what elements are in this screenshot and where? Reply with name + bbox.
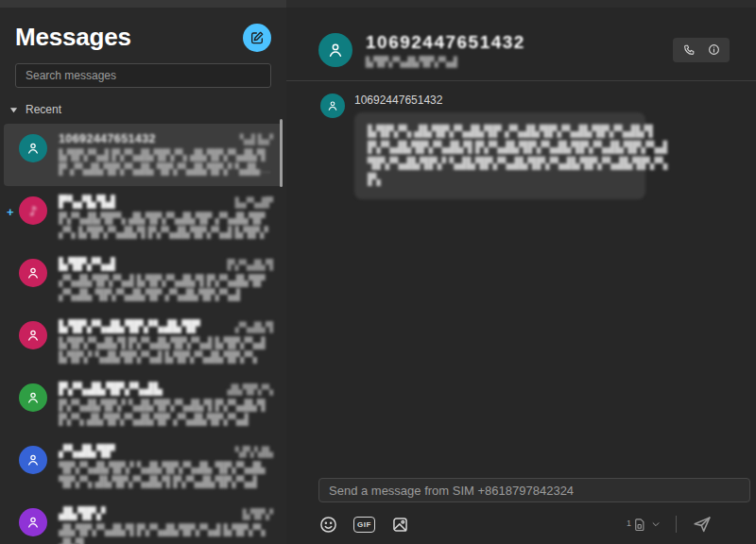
sim-card-icon — [632, 518, 646, 532]
conversation-preview: ▙▜▛▞▚▟▙▜ ▛▞▚▟▙▜▛▞▚▟ ▙▜▛▞▚▟▙▜▛▞ ▚▟▙▜▛▞▚▟ … — [59, 336, 273, 365]
emoji-button[interactable] — [318, 515, 338, 535]
conversation-panel: 10692447651432 ▙▜▛▞▚▟▙▜▛▞▚▟ — [286, 0, 756, 544]
message-input[interactable] — [318, 478, 750, 502]
conversation-time: ▟▙▜▛▞▚ — [220, 383, 273, 395]
conversation-title: ▙▜▛▞▚▟ — [59, 257, 115, 271]
sidebar-header: Messages — [0, 8, 286, 52]
message-bubble: ▙▜▛▞▚ ▟▙▜▛▞▚▟▙▜▛ ▞▚▟▙▜▛▞▚▟▙▜▛▞▚▟▙▜▛▞▚▟▙▜… — [354, 112, 645, 199]
send-icon — [692, 514, 713, 535]
conversation-time: ▙▞▚▟▛ — [228, 196, 273, 208]
conversation-title: ▙▜▛▞▚▟▙▜▛▞▚▟▙▜▛ — [59, 319, 200, 333]
composer-divider — [676, 516, 677, 533]
thread-title: 10692447651432 — [366, 32, 525, 53]
recent-section-toggle[interactable]: Recent — [0, 88, 286, 116]
conversation-title: 10692447651432 — [59, 132, 156, 145]
thread-header: 10692447651432 ▙▜▛▞▚▟▙▜▛▞▚▟ — [286, 8, 756, 81]
message-text-line: ▜▛▞▚▟▙▜▛▞ ▚▟▙▜▛▞▚▟▙▜▛▞▚▟▙▜▛▞▚▟▙▜▛▞▚ — [368, 156, 632, 172]
person-icon — [326, 99, 339, 112]
chevron-down-icon — [647, 519, 661, 529]
conversation-preview: ▜▛▞▚▟▙▜▛▞ ▚▟▙▜▛▞▚▟▙ ▜▛▞▚▟▙▜▛▞▚ ▟▙▜▛▞▚▟▙▜… — [59, 461, 273, 489]
conversation-preview: ▞▚▟▙▜▛▞▚▟ ▙▜▛▞▚▟▙▜ ▛▞▚▟▙▜▛▞▚▟▙ ▜▛▞▚▟▙▜▛ … — [59, 274, 273, 302]
conversation-item[interactable]: 10692447651432▚▟ ▙▞▙▜▛▞▚▟ ▛▞▚▟▙▜▛▞▚ ▟▙▜▛… — [4, 124, 283, 186]
info-icon — [708, 43, 720, 56]
conversation-title: ▛▚▞▙▜▟ — [59, 195, 115, 209]
new-message-button[interactable] — [243, 24, 271, 52]
chevron-down-icon — [9, 106, 18, 114]
person-icon — [19, 383, 47, 412]
conversation-item[interactable]: ▙▜▛▞▚▟▙▜▛▞▚▟▙▜▛▞▚▟▙▜▙▜▛▞▚▟▙▜ ▛▞▚▟▙▜▛▞▚▟ … — [4, 311, 283, 373]
conversation-preview: ▙▜▛▞▚▟ ▛▞▚▟▙▜▛▞▚ ▟▙▜▛▞▚▟▙▜▛ ▞▚▟▙▜▛▞▚▟▙ ▜… — [59, 148, 273, 177]
conversation-time: ▚▛▞▟▙ — [228, 446, 273, 457]
page-title: Messages — [15, 23, 131, 52]
gif-button[interactable]: GIF — [353, 517, 375, 533]
sender-avatar — [320, 94, 345, 118]
gif-icon: GIF — [353, 517, 375, 533]
conversation-title: ▞▚▟▙▜▛ — [59, 444, 115, 458]
thread-subtitle: ▙▜▛▞▚▟▙▜▛▞▚▟ — [366, 56, 525, 67]
person-icon — [19, 508, 47, 536]
message-text-line: ▙▜▛▞▚ ▟▙▜▛▞▚▟▙▜▛ ▞▚▟▙▜▛▞▚▟▙▜▛▞▚▟▙▜ — [368, 124, 632, 140]
info-button[interactable] — [703, 42, 724, 59]
conversation-item[interactable]: +♪▛▚▞▙▜▟▙▞▚▟▛▛▞▚▟▙▜▛▚ ▟▙▜▛▞▚▟▙▜▛ ▞▚▟▙▜▛▞… — [4, 186, 283, 248]
contact-avatar — [318, 33, 352, 67]
person-icon — [19, 321, 47, 349]
message-text-line: ▛▖ — [368, 172, 632, 188]
person-icon — [19, 259, 47, 287]
sim-slot-number: 1 — [627, 518, 631, 528]
conversation-item[interactable]: ▛▞▚▟▙▜▛▞▚▟▙▟▙▜▛▞▚▛▞▚▟▙▜▛▞ ▚▟▙▜▛▞▚▟▙▜ ▛▞▚… — [4, 373, 283, 435]
conversation-time: ▙▜▛▞ — [235, 508, 273, 519]
send-button[interactable] — [692, 514, 713, 535]
call-button[interactable] — [679, 42, 699, 59]
person-icon — [19, 446, 47, 474]
conversation-time: ▚▟ ▙▞ — [232, 133, 273, 144]
conversation-preview: ▛▞▚▟▙▜▛▚ ▟▙▜▛▞▚▟▙▜▛ ▞▚▟▙▜▛▞▚ ▙▜▛▞▚▟▙▜ ▛▞… — [59, 212, 273, 240]
message-sender-name: 10692447651432 — [354, 94, 442, 107]
unread-indicator: + — [7, 205, 14, 219]
emoji-icon — [318, 515, 338, 535]
sidebar-scrollbar[interactable] — [280, 119, 283, 187]
recent-section-label: Recent — [26, 103, 61, 116]
conversation-list: 10692447651432▚▟ ▙▞▙▜▛▞▚▟ ▛▞▚▟▙▜▛▞▚ ▟▙▜▛… — [0, 124, 286, 544]
conversation-preview: ▛▞▚▟▙▜▛▞ ▚▟▙▜▛▞▚▟▙▜ ▛▞▚▟▙▜▛▞▚ ▟▙▜▛▞▚▟▙▜▛… — [59, 399, 273, 427]
conversation-time: ▞▚▟▙▜ — [228, 321, 273, 332]
message-composer: GIF 1 — [286, 478, 756, 544]
message-text-line: ▛▞▚▟▙▜▛▞▚▟▙▜ ▛▞▚▟▙▜▛▞▚▟▙▜▛▞▚▟▙▜▛▞▚▟ — [368, 140, 632, 156]
conversation-title: ▟▙▜▛▞ — [59, 506, 106, 520]
search-input[interactable] — [15, 63, 271, 88]
received-message: 10692447651432 ▙▜▛▞▚ ▟▙▜▛▞▚▟▙▜▛ ▞▚▟▙▜▛▞▚… — [320, 94, 730, 199]
image-icon — [390, 515, 410, 535]
conversation-time: ▛▞▚▟▙▜ — [220, 259, 273, 270]
message-history: 10692447651432 ▙▜▛▞▚ ▟▙▜▛▞▚▟▙▜▛ ▞▚▟▙▜▛▞▚… — [286, 81, 756, 478]
conversation-item[interactable]: ▙▜▛▞▚▟▛▞▚▟▙▜▞▚▟▙▜▛▞▚▟ ▙▜▛▞▚▟▙▜ ▛▞▚▟▙▜▛▞▚… — [4, 248, 283, 311]
conversation-item[interactable]: ▟▙▜▛▞▙▜▛▞▟▙▜▛▞▚▟▙▜ ▛▞▚▟▙▜▛▞▚▟ ▙▜▛▞▚▟▙▜ — [4, 498, 283, 544]
conversation-item[interactable]: ▞▚▟▙▜▛▚▛▞▟▙▜▛▞▚▟▙▜▛▞ ▚▟▙▜▛▞▚▟▙ ▜▛▞▚▟▙▜▛▞… — [4, 435, 283, 498]
conversation-title: ▛▞▚▟▙▜▛▞▚▟▙ — [59, 382, 163, 396]
sim-selector[interactable]: 1 — [627, 518, 661, 532]
person-icon — [19, 134, 47, 162]
compose-pencil-icon — [249, 30, 265, 45]
conversation-preview: ▟▙▜▛▞▚▟▙▜ ▛▞▚▟▙▜▛▞▚▟ ▙▜▛▞▚▟▙▜ — [59, 523, 273, 544]
person-icon — [326, 41, 345, 60]
messages-sidebar: Messages Recent 10692447651432▚▟ ▙▞▙▜▛▞▚… — [0, 0, 286, 544]
attach-image-button[interactable] — [390, 515, 410, 535]
phone-icon — [683, 43, 696, 56]
thread-actions — [673, 38, 730, 62]
music-note-icon: ♪ — [19, 196, 47, 225]
phone-link-messages-window: Messages Recent 10692447651432▚▟ ▙▞▙▜▛▞▚… — [0, 0, 756, 544]
